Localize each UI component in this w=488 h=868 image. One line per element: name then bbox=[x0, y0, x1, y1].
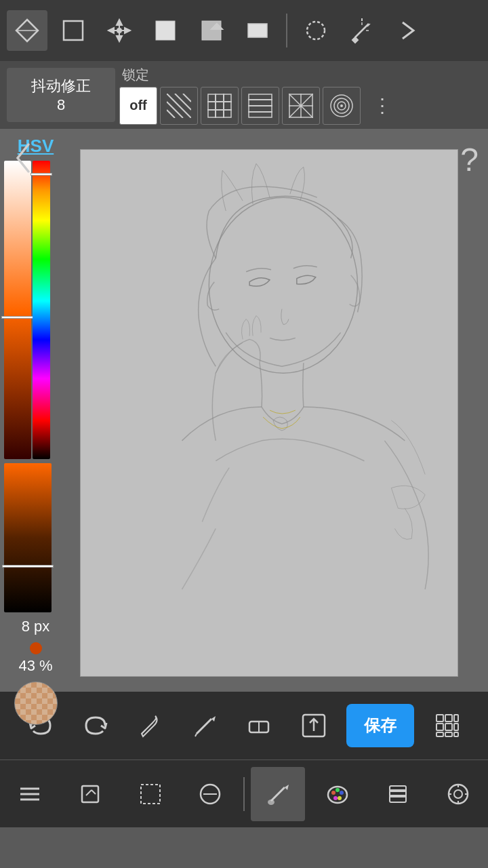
svg-rect-70 bbox=[82, 786, 98, 802]
svg-point-87 bbox=[449, 785, 468, 804]
nav-separator bbox=[243, 777, 245, 811]
nav-arrow-right-top[interactable] bbox=[388, 10, 428, 51]
move-tool-btn[interactable] bbox=[99, 10, 140, 51]
eraser-tool-btn[interactable] bbox=[237, 10, 278, 51]
nav-left-btn[interactable] bbox=[9, 141, 37, 181]
svg-point-82 bbox=[338, 796, 342, 800]
saturation-handle[interactable] bbox=[1, 316, 34, 319]
svg-rect-31 bbox=[208, 94, 231, 117]
svg-rect-66 bbox=[454, 732, 458, 736]
nav-menu-btn[interactable] bbox=[3, 767, 57, 821]
value-section bbox=[4, 463, 67, 612]
svg-line-41 bbox=[289, 106, 301, 118]
svg-rect-2 bbox=[64, 21, 83, 40]
opacity-dot-container bbox=[0, 642, 71, 654]
svg-rect-10 bbox=[156, 21, 175, 40]
lock-label: 锁定 bbox=[119, 66, 401, 84]
main-area: ? HSV 8 px 43 % bbox=[0, 129, 488, 692]
svg-line-52 bbox=[197, 719, 211, 734]
svg-rect-64 bbox=[436, 732, 443, 736]
pencil-btn[interactable] bbox=[183, 704, 226, 747]
svg-line-53 bbox=[195, 734, 197, 736]
svg-rect-61 bbox=[436, 724, 443, 730]
svg-line-43 bbox=[289, 94, 301, 106]
svg-line-24 bbox=[175, 94, 191, 110]
grid-menu-btn[interactable] bbox=[426, 704, 469, 747]
svg-line-26 bbox=[183, 94, 191, 102]
lock-diagonal-btn[interactable] bbox=[160, 87, 198, 125]
nav-settings-btn[interactable] bbox=[431, 767, 485, 821]
stabilizer-value: 8 bbox=[57, 96, 65, 114]
saturation-brightness-bar[interactable] bbox=[4, 161, 31, 459]
svg-point-80 bbox=[336, 788, 340, 792]
svg-point-77 bbox=[268, 800, 274, 805]
svg-line-25 bbox=[167, 110, 175, 118]
lock-radial-btn[interactable] bbox=[282, 87, 320, 125]
magic-wand-tool-btn[interactable] bbox=[342, 10, 382, 51]
select-rect-tool-btn[interactable] bbox=[53, 10, 94, 51]
eyedropper-btn[interactable] bbox=[128, 704, 171, 747]
svg-rect-49 bbox=[81, 150, 458, 675]
nav-edit-btn[interactable] bbox=[63, 767, 117, 821]
svg-point-48 bbox=[340, 104, 343, 107]
color-block-tool-btn[interactable] bbox=[145, 10, 186, 51]
svg-point-81 bbox=[340, 791, 344, 795]
svg-rect-60 bbox=[454, 715, 458, 722]
nav-brush-btn[interactable] bbox=[251, 767, 305, 821]
left-color-panel: HSV 8 px 43 % bbox=[0, 129, 71, 692]
value-bar[interactable] bbox=[4, 463, 52, 612]
nav-right-btn[interactable]: ? bbox=[460, 141, 479, 178]
svg-line-72 bbox=[92, 790, 96, 794]
svg-rect-11 bbox=[202, 21, 221, 40]
svg-line-23 bbox=[167, 102, 183, 118]
lock-grid-btn[interactable] bbox=[201, 87, 239, 125]
svg-line-37 bbox=[301, 94, 313, 106]
lock-horizontal-btn[interactable] bbox=[241, 87, 279, 125]
toolbar-separator bbox=[286, 14, 287, 47]
value-handle[interactable] bbox=[2, 565, 54, 568]
stabilizer-bar: 抖动修正 8 锁定 off bbox=[0, 61, 488, 129]
svg-point-83 bbox=[333, 796, 338, 800]
lock-icons: off bbox=[119, 87, 401, 125]
svg-rect-62 bbox=[445, 724, 452, 730]
lock-concentric-btn[interactable] bbox=[323, 87, 361, 125]
lock-section: 锁定 off bbox=[119, 66, 401, 125]
hue-bar[interactable] bbox=[33, 161, 50, 459]
svg-rect-73 bbox=[141, 785, 160, 804]
sketch-svg bbox=[81, 150, 458, 676]
svg-rect-63 bbox=[454, 724, 458, 730]
svg-point-79 bbox=[331, 791, 336, 795]
diamond-tool-btn[interactable] bbox=[7, 10, 47, 51]
nav-selection-btn[interactable] bbox=[123, 767, 178, 821]
brush-size-label: 8 px bbox=[0, 618, 71, 635]
nav-eraser-btn[interactable] bbox=[183, 767, 237, 821]
redo-btn[interactable] bbox=[74, 704, 117, 747]
svg-point-88 bbox=[454, 790, 462, 798]
top-toolbar bbox=[0, 0, 488, 61]
lasso-tool-btn[interactable] bbox=[296, 10, 336, 51]
stabilizer-name: 抖动修正 bbox=[31, 76, 91, 96]
svg-rect-58 bbox=[436, 715, 443, 722]
save-btn[interactable]: 保存 bbox=[346, 704, 414, 747]
bucket-fill-tool-btn[interactable] bbox=[191, 10, 232, 51]
lock-off-btn[interactable]: off bbox=[119, 87, 157, 125]
lock-more-btn[interactable]: ⋮ bbox=[363, 87, 401, 125]
svg-line-71 bbox=[86, 790, 92, 795]
color-picker bbox=[4, 161, 67, 459]
opacity-label: 43 % bbox=[0, 657, 71, 675]
nav-palette-btn[interactable] bbox=[310, 767, 365, 821]
svg-point-9 bbox=[117, 28, 121, 33]
svg-line-39 bbox=[301, 106, 313, 118]
svg-point-15 bbox=[307, 22, 325, 39]
svg-marker-21 bbox=[352, 37, 358, 43]
svg-rect-65 bbox=[445, 732, 452, 736]
color-swatch[interactable] bbox=[14, 682, 58, 725]
bottom-action-bar: 保存 bbox=[0, 692, 488, 760]
svg-line-51 bbox=[142, 730, 146, 734]
export-btn[interactable] bbox=[292, 704, 336, 747]
stabilizer-control[interactable]: 抖动修正 8 bbox=[7, 68, 115, 122]
eraser-action-btn[interactable] bbox=[237, 704, 281, 747]
drawing-canvas[interactable] bbox=[80, 149, 458, 677]
nav-layers-btn[interactable] bbox=[371, 767, 425, 821]
bottom-nav-bar bbox=[0, 760, 488, 827]
